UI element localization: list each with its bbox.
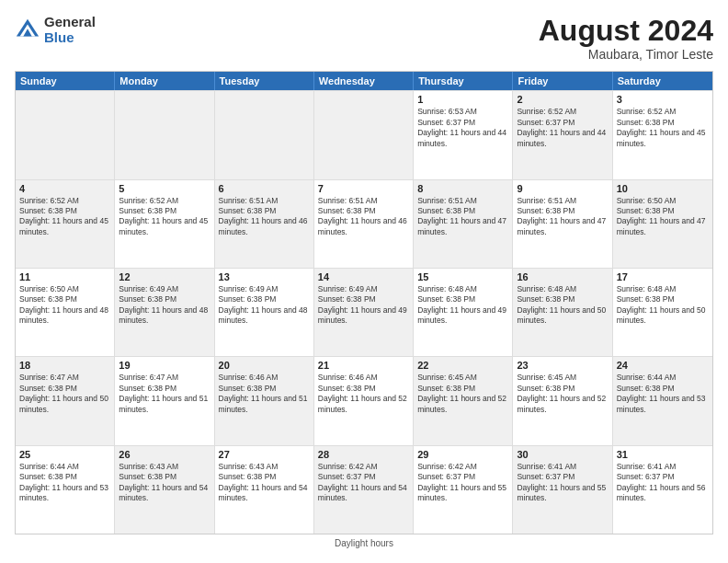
day-info: Sunrise: 6:46 AMSunset: 6:38 PMDaylight:…: [219, 373, 310, 415]
day-cell-16: 16Sunrise: 6:48 AMSunset: 6:38 PMDayligh…: [513, 269, 612, 356]
day-cell-17: 17Sunrise: 6:48 AMSunset: 6:38 PMDayligh…: [613, 269, 712, 356]
day-number: 17: [617, 271, 709, 282]
logo-icon: [15, 17, 40, 43]
week-row-2: 4Sunrise: 6:52 AMSunset: 6:38 PMDaylight…: [16, 179, 712, 268]
day-info: Sunrise: 6:51 AMSunset: 6:38 PMDaylight:…: [417, 196, 508, 238]
day-cell-1: 1Sunrise: 6:53 AMSunset: 6:37 PMDaylight…: [414, 91, 513, 178]
day-number: 23: [517, 360, 608, 371]
day-number: 19: [119, 360, 210, 371]
day-number: 26: [119, 449, 210, 460]
header-day-saturday: Saturday: [613, 72, 712, 90]
day-number: 4: [19, 183, 110, 194]
footer-text: Daylight hours: [335, 538, 393, 548]
day-number: 8: [417, 183, 508, 194]
day-cell-13: 13Sunrise: 6:49 AMSunset: 6:38 PMDayligh…: [215, 269, 314, 356]
day-info: Sunrise: 6:53 AMSunset: 6:37 PMDaylight:…: [417, 107, 508, 149]
week-row-1: 1Sunrise: 6:53 AMSunset: 6:37 PMDaylight…: [16, 90, 712, 178]
day-cell-10: 10Sunrise: 6:50 AMSunset: 6:38 PMDayligh…: [613, 180, 712, 268]
day-number: 31: [617, 449, 709, 460]
calendar-header: SundayMondayTuesdayWednesdayThursdayFrid…: [16, 72, 712, 90]
day-number: 13: [219, 271, 310, 282]
day-info: Sunrise: 6:48 AMSunset: 6:38 PMDaylight:…: [517, 284, 608, 327]
day-cell-30: 30Sunrise: 6:41 AMSunset: 6:37 PMDayligh…: [513, 446, 612, 534]
calendar: SundayMondayTuesdayWednesdayThursdayFrid…: [15, 71, 713, 534]
day-number: 2: [517, 94, 608, 105]
day-info: Sunrise: 6:44 AMSunset: 6:38 PMDaylight:…: [19, 462, 110, 504]
header-day-sunday: Sunday: [16, 72, 115, 90]
day-number: 25: [19, 449, 110, 460]
week-row-4: 18Sunrise: 6:47 AMSunset: 6:38 PMDayligh…: [16, 356, 712, 444]
logo-text: General Blue: [44, 15, 96, 45]
week-row-3: 11Sunrise: 6:50 AMSunset: 6:38 PMDayligh…: [16, 268, 712, 356]
day-info: Sunrise: 6:52 AMSunset: 6:38 PMDaylight:…: [617, 107, 709, 149]
day-cell-4: 4Sunrise: 6:52 AMSunset: 6:38 PMDaylight…: [16, 180, 115, 268]
page: General Blue August 2024 Maubara, Timor …: [0, 0, 728, 563]
day-cell-7: 7Sunrise: 6:51 AMSunset: 6:38 PMDaylight…: [314, 180, 414, 268]
day-info: Sunrise: 6:51 AMSunset: 6:38 PMDaylight:…: [517, 196, 608, 238]
day-info: Sunrise: 6:41 AMSunset: 6:37 PMDaylight:…: [617, 462, 709, 504]
header-day-wednesday: Wednesday: [314, 72, 414, 90]
logo: General Blue: [15, 15, 96, 45]
header-day-friday: Friday: [513, 72, 612, 90]
day-cell-2: 2Sunrise: 6:52 AMSunset: 6:37 PMDaylight…: [513, 91, 612, 178]
header-day-thursday: Thursday: [414, 72, 513, 90]
day-cell-14: 14Sunrise: 6:49 AMSunset: 6:38 PMDayligh…: [314, 269, 414, 356]
day-number: 29: [417, 449, 508, 460]
day-number: 5: [119, 183, 210, 194]
day-cell-20: 20Sunrise: 6:46 AMSunset: 6:38 PMDayligh…: [215, 357, 314, 444]
day-number: 15: [417, 271, 508, 282]
day-info: Sunrise: 6:46 AMSunset: 6:38 PMDaylight:…: [318, 373, 409, 415]
day-info: Sunrise: 6:49 AMSunset: 6:38 PMDaylight:…: [318, 284, 409, 327]
calendar-body: 1Sunrise: 6:53 AMSunset: 6:37 PMDaylight…: [16, 90, 712, 534]
day-info: Sunrise: 6:43 AMSunset: 6:38 PMDaylight:…: [119, 462, 210, 504]
day-cell-26: 26Sunrise: 6:43 AMSunset: 6:38 PMDayligh…: [115, 446, 214, 534]
day-info: Sunrise: 6:48 AMSunset: 6:38 PMDaylight:…: [617, 284, 709, 327]
day-cell-27: 27Sunrise: 6:43 AMSunset: 6:38 PMDayligh…: [215, 446, 314, 534]
day-number: 9: [517, 183, 608, 194]
day-cell-15: 15Sunrise: 6:48 AMSunset: 6:38 PMDayligh…: [414, 269, 513, 356]
day-number: 28: [318, 449, 409, 460]
day-cell-18: 18Sunrise: 6:47 AMSunset: 6:38 PMDayligh…: [16, 357, 115, 444]
day-cell-28: 28Sunrise: 6:42 AMSunset: 6:37 PMDayligh…: [314, 446, 414, 534]
day-number: 10: [617, 183, 709, 194]
header-day-monday: Monday: [115, 72, 214, 90]
day-cell-21: 21Sunrise: 6:46 AMSunset: 6:38 PMDayligh…: [314, 357, 414, 444]
day-number: 18: [19, 360, 110, 371]
day-info: Sunrise: 6:50 AMSunset: 6:38 PMDaylight:…: [19, 284, 110, 327]
day-cell-31: 31Sunrise: 6:41 AMSunset: 6:37 PMDayligh…: [613, 446, 712, 534]
day-number: 22: [417, 360, 508, 371]
day-number: 21: [318, 360, 409, 371]
day-number: 20: [219, 360, 310, 371]
title-month: August 2024: [539, 15, 713, 47]
empty-cell: [314, 91, 414, 178]
day-info: Sunrise: 6:48 AMSunset: 6:38 PMDaylight:…: [417, 284, 508, 327]
day-number: 11: [19, 271, 110, 282]
day-info: Sunrise: 6:45 AMSunset: 6:38 PMDaylight:…: [417, 373, 508, 415]
day-cell-22: 22Sunrise: 6:45 AMSunset: 6:38 PMDayligh…: [414, 357, 513, 444]
day-info: Sunrise: 6:52 AMSunset: 6:38 PMDaylight:…: [19, 196, 110, 238]
day-info: Sunrise: 6:42 AMSunset: 6:37 PMDaylight:…: [318, 462, 409, 504]
logo-blue-text: Blue: [44, 29, 74, 45]
day-cell-19: 19Sunrise: 6:47 AMSunset: 6:38 PMDayligh…: [115, 357, 214, 444]
day-info: Sunrise: 6:52 AMSunset: 6:38 PMDaylight:…: [119, 196, 210, 238]
empty-cell: [16, 91, 115, 178]
day-info: Sunrise: 6:51 AMSunset: 6:38 PMDaylight:…: [219, 196, 310, 238]
day-info: Sunrise: 6:43 AMSunset: 6:38 PMDaylight:…: [219, 462, 310, 504]
day-cell-9: 9Sunrise: 6:51 AMSunset: 6:38 PMDaylight…: [513, 180, 612, 268]
day-info: Sunrise: 6:42 AMSunset: 6:37 PMDaylight:…: [417, 462, 508, 504]
day-cell-6: 6Sunrise: 6:51 AMSunset: 6:38 PMDaylight…: [215, 180, 314, 268]
empty-cell: [215, 91, 314, 178]
day-cell-29: 29Sunrise: 6:42 AMSunset: 6:37 PMDayligh…: [414, 446, 513, 534]
day-info: Sunrise: 6:49 AMSunset: 6:38 PMDaylight:…: [119, 284, 210, 327]
day-info: Sunrise: 6:50 AMSunset: 6:38 PMDaylight:…: [617, 196, 709, 238]
day-cell-12: 12Sunrise: 6:49 AMSunset: 6:38 PMDayligh…: [115, 269, 214, 356]
footer-note: Daylight hours: [15, 538, 713, 548]
day-number: 27: [219, 449, 310, 460]
day-number: 6: [219, 183, 310, 194]
day-cell-24: 24Sunrise: 6:44 AMSunset: 6:38 PMDayligh…: [613, 357, 712, 444]
day-info: Sunrise: 6:44 AMSunset: 6:38 PMDaylight:…: [617, 373, 709, 415]
title-block: August 2024 Maubara, Timor Leste: [539, 15, 713, 62]
header-day-tuesday: Tuesday: [215, 72, 314, 90]
day-cell-23: 23Sunrise: 6:45 AMSunset: 6:38 PMDayligh…: [513, 357, 612, 444]
day-info: Sunrise: 6:47 AMSunset: 6:38 PMDaylight:…: [119, 373, 210, 415]
